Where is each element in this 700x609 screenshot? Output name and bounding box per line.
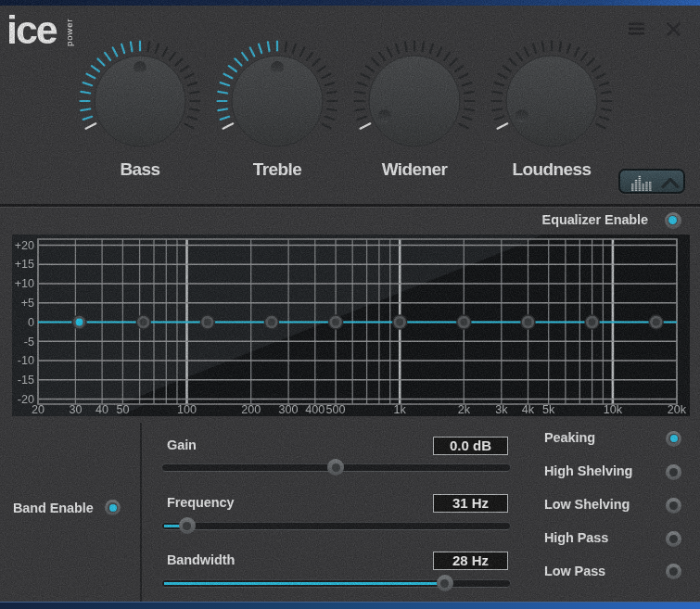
svg-text:20: 20: [32, 403, 45, 416]
svg-text:50: 50: [116, 403, 129, 416]
svg-text:-10: -10: [18, 354, 34, 367]
svg-text:+20: +20: [15, 239, 34, 252]
svg-text:30: 30: [69, 403, 82, 416]
svg-text:1k: 1k: [394, 403, 407, 416]
svg-text:40: 40: [95, 403, 108, 416]
svg-text:3k: 3k: [495, 403, 508, 416]
svg-text:400: 400: [305, 403, 325, 416]
svg-text:2k: 2k: [458, 403, 471, 416]
svg-text:+5: +5: [21, 297, 34, 310]
svg-text:4k: 4k: [522, 403, 535, 416]
svg-text:100: 100: [177, 403, 197, 416]
svg-text:10k: 10k: [604, 403, 623, 416]
svg-text:20k: 20k: [668, 403, 687, 416]
svg-text:300: 300: [279, 403, 299, 416]
svg-text:200: 200: [241, 403, 261, 416]
svg-text:5k: 5k: [542, 403, 555, 416]
svg-text:-15: -15: [18, 374, 34, 387]
svg-text:0: 0: [28, 316, 34, 329]
svg-text:+15: +15: [15, 258, 34, 271]
svg-text:-5: -5: [24, 336, 34, 349]
svg-text:+10: +10: [15, 277, 34, 290]
svg-text:500: 500: [326, 403, 346, 416]
